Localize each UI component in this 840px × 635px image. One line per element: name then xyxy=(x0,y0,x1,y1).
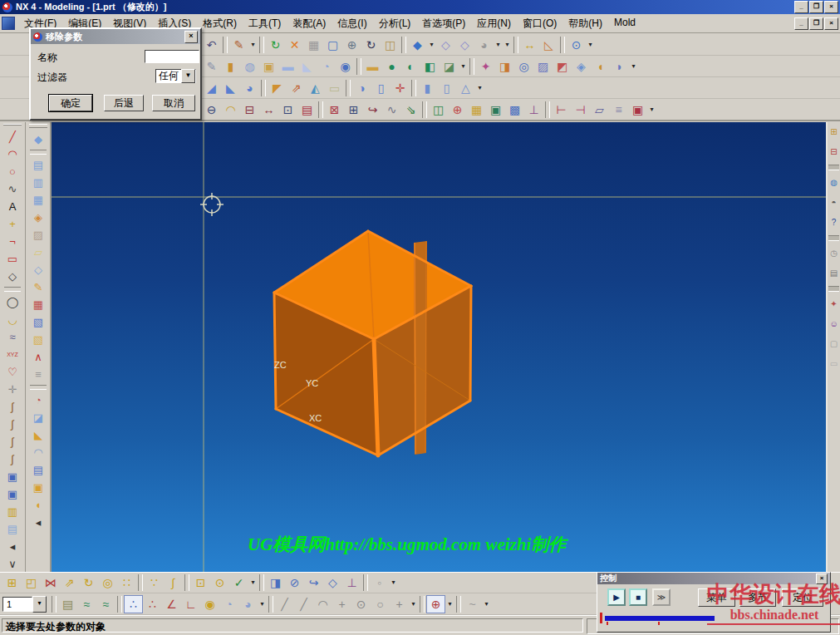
new-component-icon[interactable]: ◰ xyxy=(22,573,41,592)
mdi-restore-button[interactable]: ❐ xyxy=(809,17,823,30)
ellipse-icon[interactable]: ◯ xyxy=(2,293,22,311)
progress-slider[interactable] xyxy=(605,616,715,621)
fold-icon[interactable]: ◖ xyxy=(28,496,48,514)
helix-icon[interactable]: ≈ xyxy=(2,328,22,346)
static-wireframe-icon[interactable]: ◇ xyxy=(455,36,474,54)
dropdown-arrow-icon[interactable]: ▾ xyxy=(389,573,398,592)
add-component-icon[interactable]: ⊞ xyxy=(2,573,22,592)
align-list-icon[interactable]: ≡ xyxy=(609,101,628,119)
snap-point-plus-icon[interactable]: + xyxy=(390,595,409,613)
box-select-icon[interactable]: ▣ xyxy=(628,101,647,119)
fillet-icon[interactable]: ¬ xyxy=(2,233,22,250)
extrude-icon[interactable]: ▮ xyxy=(221,57,240,76)
graphics-viewport[interactable]: ZC YC XC UG模具网http://bbs.ugmod.com weizh… xyxy=(52,122,826,572)
extrude-sheet-icon[interactable]: ◆ xyxy=(28,130,48,148)
edge-blend-icon[interactable]: ◢ xyxy=(202,79,221,97)
dome-icon[interactable]: ◠ xyxy=(221,101,240,119)
sphere-icon[interactable]: ◔ xyxy=(317,57,336,76)
menu-item-12[interactable]: 帮助(H) xyxy=(562,15,608,32)
split-face-icon[interactable]: ⊟ xyxy=(240,101,259,119)
move-face-icon[interactable]: ↪ xyxy=(363,101,382,119)
offset-curve-icon[interactable]: ∫ xyxy=(2,398,22,416)
control-panel-close-button[interactable]: × xyxy=(816,573,828,584)
help-tab[interactable]: ? xyxy=(828,213,840,233)
dropdown-arrow-icon[interactable]: ▾ xyxy=(503,36,512,54)
constraint-tree-icon[interactable]: ⊢ xyxy=(552,101,571,119)
misc-assembly-icon[interactable]: ◦ xyxy=(370,573,389,592)
clamp-icon[interactable]: ⊥ xyxy=(524,101,543,119)
circle-icon[interactable]: ○ xyxy=(2,163,22,180)
undo-icon[interactable]: ↶ xyxy=(202,36,221,54)
menu-button[interactable]: 菜单 xyxy=(698,588,735,607)
swept-surface-icon[interactable]: ◈ xyxy=(28,209,48,226)
selection-scope-dropdown[interactable]: 1 ▾ xyxy=(2,596,47,613)
revolve-icon[interactable]: ◍ xyxy=(240,57,259,76)
reposition-component-icon[interactable]: ↻ xyxy=(79,573,98,592)
thicken-icon[interactable]: ▯ xyxy=(437,79,456,97)
tube-icon[interactable]: ◖ xyxy=(591,57,610,76)
delete-face-icon[interactable]: ⊠ xyxy=(325,101,344,119)
bridge-curve-icon[interactable]: ♡ xyxy=(2,363,22,381)
copy-face-icon[interactable]: ⊡ xyxy=(278,101,297,119)
selection-scope-arrow-icon[interactable]: ▾ xyxy=(32,596,47,613)
play-button[interactable]: ▶ xyxy=(607,588,626,606)
offset-surface-icon[interactable]: ∧ xyxy=(28,348,48,366)
dropdown-arrow-icon[interactable]: ▾ xyxy=(459,57,468,76)
dropdown-arrow-icon[interactable]: ▾ xyxy=(494,36,503,54)
component-set-icon[interactable]: ∵ xyxy=(145,573,164,592)
zoom-in-out-icon[interactable]: ⊕ xyxy=(342,36,361,54)
window-close-button[interactable]: × xyxy=(824,1,838,13)
chamfer-icon[interactable]: ◤ xyxy=(268,79,287,97)
boss-icon[interactable]: ▬ xyxy=(363,57,382,76)
name-input[interactable] xyxy=(145,50,199,63)
toolbar-drag-handle[interactable] xyxy=(29,124,47,128)
text-icon[interactable]: A xyxy=(2,198,22,215)
enlarge-sheet-icon[interactable]: ◠ xyxy=(28,444,48,461)
patch-icon[interactable]: ▣ xyxy=(28,479,48,496)
emboss-icon[interactable]: ▨ xyxy=(533,57,553,76)
law-curve-icon[interactable]: XYZ xyxy=(2,346,22,363)
cylinder-icon[interactable]: ▬ xyxy=(278,57,297,76)
block-icon[interactable]: ▣ xyxy=(259,57,278,76)
menu-item-7[interactable]: 信息(I) xyxy=(332,15,372,32)
line-icon[interactable]: ╱ xyxy=(2,128,22,145)
mdi-minimize-button[interactable]: _ xyxy=(794,17,808,30)
dropdown-arrow-icon[interactable]: ▾ xyxy=(482,595,491,613)
array-component-icon[interactable]: ∷ xyxy=(117,573,136,592)
menu-item-8[interactable]: 分析(L) xyxy=(373,15,417,32)
measure-angle-icon[interactable]: ◺ xyxy=(539,36,558,54)
snap-line-2-icon[interactable]: ╱ xyxy=(294,595,313,613)
cone-icon[interactable]: △ xyxy=(456,79,475,97)
refresh-view-icon[interactable]: ↻ xyxy=(266,36,285,54)
ok-button[interactable]: 确定 xyxy=(49,95,92,111)
split-icon[interactable]: ▯ xyxy=(371,79,391,97)
system-materials-tab[interactable]: ▤ xyxy=(828,263,840,283)
multi-step-button[interactable]: 多节 xyxy=(739,588,776,607)
cancel-button[interactable]: 取消 xyxy=(152,95,195,111)
snap-cross-icon[interactable]: + xyxy=(332,595,351,613)
sheet-curve-icon[interactable]: ▤ xyxy=(2,520,22,538)
hole-icon[interactable]: ◉ xyxy=(336,57,355,76)
menu-item-5[interactable]: 工具(T) xyxy=(243,15,287,32)
cube-solid[interactable] xyxy=(274,231,471,455)
instance-feature-icon[interactable]: ✦ xyxy=(476,57,495,76)
transform-axes-icon[interactable]: ✛ xyxy=(391,79,410,97)
pattern-face-icon[interactable]: ◫ xyxy=(429,101,448,119)
extend-sheet-icon[interactable]: ◪ xyxy=(28,409,48,426)
mate-component-icon[interactable]: ⋈ xyxy=(41,573,60,592)
instance-curve-2-icon[interactable]: ▣ xyxy=(2,485,22,503)
snap-sphere-icon[interactable]: ◔ xyxy=(219,595,238,613)
scale-body-icon[interactable]: ◈ xyxy=(572,57,591,76)
dropdown-arrow-icon[interactable]: ▾ xyxy=(586,36,595,54)
smart-selection-icon[interactable]: ~ xyxy=(463,595,482,613)
toolbar-drag-handle[interactable] xyxy=(3,124,22,126)
trim-icon[interactable]: ◑ xyxy=(352,79,371,97)
window-minimize-button[interactable]: _ xyxy=(794,1,808,13)
face-blend-icon[interactable]: ◣ xyxy=(221,79,240,97)
dropdown-arrow-icon[interactable]: ▾ xyxy=(445,595,454,613)
position-button[interactable]: 定位 xyxy=(782,588,823,607)
control-panel-title-bar[interactable]: 控制 × xyxy=(597,573,830,584)
dropdown-arrow-icon[interactable]: ▾ xyxy=(475,79,484,97)
menu-item-13[interactable]: Mold xyxy=(608,15,641,32)
intersect-curve-icon[interactable]: ∫ xyxy=(2,450,22,468)
